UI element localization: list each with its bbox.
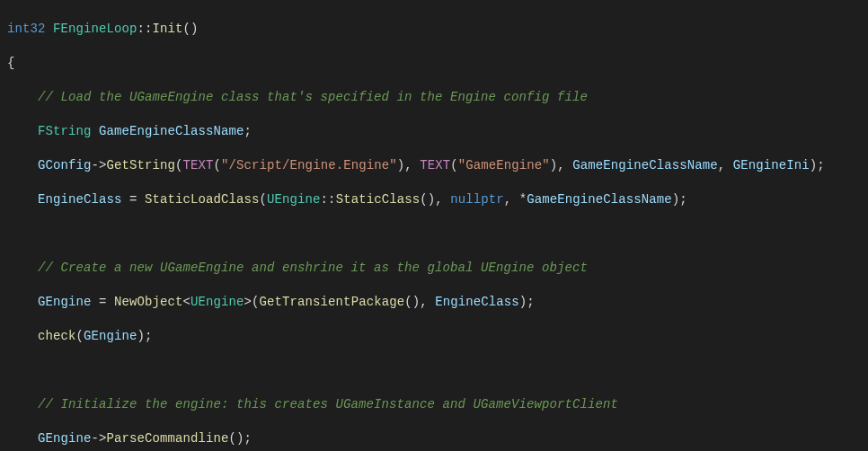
string-literal: "/Script/Engine.Engine"	[221, 158, 397, 172]
code-line: {	[7, 55, 861, 72]
code-line: GEngine->ParseCommandline();	[7, 430, 861, 447]
code-line: // Load the UGameEngine class that's spe…	[7, 89, 861, 106]
code-line: check(GEngine);	[7, 328, 861, 345]
comment: // Create a new UGameEngine and enshrine…	[38, 261, 588, 275]
blank-line	[7, 226, 861, 243]
comment: // Load the UGameEngine class that's spe…	[38, 90, 588, 104]
code-line: FString GameEngineClassName;	[7, 123, 861, 140]
function-name: Init	[153, 22, 183, 36]
string-literal: "GameEngine"	[458, 158, 550, 172]
code-line: // Initialize the engine: this creates U…	[7, 396, 861, 413]
code-line: // Create a new UGameEngine and enshrine…	[7, 260, 861, 277]
code-line: GConfig->GetString(TEXT("/Script/Engine.…	[7, 157, 861, 174]
code-editor[interactable]: int32 FEngineLoop::Init() { // Load the …	[0, 0, 868, 451]
keyword: int32	[7, 22, 46, 36]
blank-line	[7, 362, 861, 379]
code-line: GEngine = NewObject<UEngine>(GetTransien…	[7, 294, 861, 311]
comment: // Initialize the engine: this creates U…	[38, 397, 618, 411]
code-line: int32 FEngineLoop::Init()	[7, 21, 861, 38]
code-line: EngineClass = StaticLoadClass(UEngine::S…	[7, 191, 861, 208]
type-name: FEngineLoop	[53, 22, 137, 36]
